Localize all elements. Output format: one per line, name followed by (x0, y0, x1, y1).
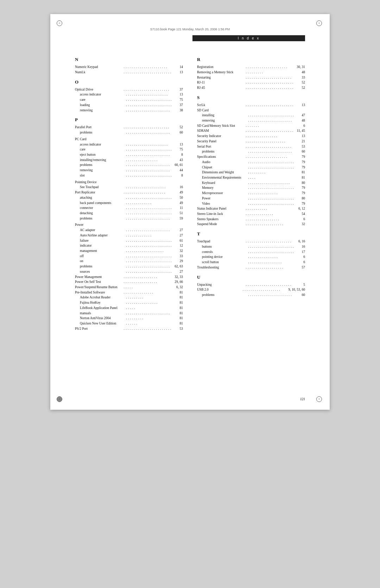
entry-page (172, 180, 183, 185)
entry-dots: . . . . . . . . . . . . . . . . . . . . … (248, 113, 294, 118)
entry-page: 81 (172, 321, 183, 326)
entry-label: Suspend Mode (197, 222, 245, 227)
list-item: AC adapter . . . . . . . . . . . . . . .… (75, 228, 183, 233)
entry-label: See Touchpad (80, 185, 126, 190)
corner-mark-br (316, 396, 323, 403)
entry-page: 80 (294, 196, 305, 201)
entry-dots: . . . . . . . . . . . . . . . . . . . . … (126, 152, 172, 157)
entry-page: 32 (172, 248, 183, 254)
list-item: RJ-11 . . . . . . . . . . . . . . . . . … (197, 80, 305, 85)
entry-label: LifeBook Application Panel (80, 305, 126, 311)
entry-label: access indicator (80, 142, 126, 147)
entry-dots: . . . . . . . . . . . . . . . . . . . . … (126, 264, 172, 269)
entry-label: Registration (197, 64, 245, 70)
entry-label: off (80, 254, 126, 259)
entry-dots: . . . . . . . . . . . . . . . . . . . (246, 265, 294, 270)
entry-label: RJ-11 (197, 80, 245, 85)
corner-mark-bl (57, 396, 64, 403)
entry-page: 13 (294, 134, 305, 139)
entry-page: 52 (294, 85, 305, 91)
entry-label: loading (80, 103, 126, 108)
entry-dots: . . . . . . . . . . . . . . . . . . . . … (126, 254, 172, 259)
entry-page: 14 (172, 64, 183, 70)
entry-dots: . . . . . . . . . . . . . . . . . . . . … (246, 85, 294, 91)
entry-page: 75 (172, 147, 183, 152)
entry-label: indicator (80, 243, 126, 248)
entry-label: access indicator (80, 92, 126, 97)
entry-label: Auto/Airline adapter (80, 233, 126, 238)
entry-label: Power (75, 222, 123, 228)
entry-label: Stereo Line-in Jack (197, 211, 245, 217)
entry-dots: . . . . . . . . . . . . . . . . . . . . … (248, 201, 294, 206)
entry-label: scroll button (202, 260, 248, 265)
entry-dots: . . . . . . . . . . . . . . . . . . . . … (246, 282, 294, 287)
entry-dots: . . . . . . . . . . . . . . . . . . . . … (248, 292, 294, 298)
entry-dots: . . . . . . . . . . . . . . . . . . . . (126, 185, 172, 190)
section-letter-o: O (75, 79, 183, 86)
entry-page: 49 (172, 200, 183, 206)
entry-label: installing (202, 113, 248, 118)
section-letter-s: S (197, 94, 305, 101)
entry-page: 79 (294, 154, 305, 160)
section-letter-r: R (197, 56, 305, 63)
entry-dots: . . . . . . . . . . . . . . . . . . . . … (246, 80, 294, 85)
list-item: manuals . . . . . . . . . . . . . . . . … (75, 311, 183, 316)
list-item: Microprocessor . . . . . . . . . . . . .… (197, 191, 305, 196)
entry-label: pointing device (202, 254, 248, 260)
entry-dots: . . . . . . . . . . . . . . . (124, 290, 172, 295)
section-p: P Parallel Port . . . . . . . . . . . . … (75, 116, 183, 331)
entry-label: manuals (80, 311, 126, 316)
entry-label: Dimensions and Weight (202, 170, 248, 175)
entry-page: 9, 10, 53, 60 (289, 287, 305, 292)
list-item: PS/2 Port . . . . . . . . . . . . . . . … (75, 326, 183, 332)
entry-page: 75 (172, 97, 183, 103)
entry-dots: . . . . . . . . . . . . . . . . . . . . … (248, 196, 294, 201)
entry-label: removing (202, 118, 248, 123)
entry-dots: . . . . . . . . . . . . . . . . . . . . … (248, 180, 294, 186)
list-item: Unpacking . . . . . . . . . . . . . . . … (197, 282, 305, 287)
list-item: Parallel Port . . . . . . . . . . . . . … (75, 125, 183, 130)
entry-dots: . . . . . . . . . . . . . . . . . . . . … (246, 103, 294, 108)
list-item: SD Card (197, 108, 305, 113)
entry-label: attaching (80, 195, 126, 200)
entry-page: 11 (172, 205, 183, 211)
entry-page: 6, 12 (294, 206, 305, 211)
entry-label: Pointing Device (75, 180, 123, 185)
entry-page: 43 (172, 157, 183, 163)
entry-dots: . . . . . . . . . . . . . . . . . . . . … (126, 92, 172, 97)
entry-label: AC adapter (80, 228, 126, 233)
entry-label: Video (202, 201, 248, 206)
entry-page: 6 (294, 123, 305, 129)
list-item: Serial Port . . . . . . . . . . . . . . … (197, 144, 305, 149)
entry-page: 48 (294, 118, 305, 123)
entry-dots: . . . . . . . . . . . . . . . . . . . (246, 222, 294, 227)
entry-label: removing (80, 108, 126, 113)
entry-page: 59 (172, 216, 183, 221)
entry-dots: . . . . . . . . . . . . . . . . . . . . … (248, 149, 294, 154)
entry-label: Quicken New User Edition (80, 321, 126, 326)
list-item: Pointing Device (75, 180, 183, 185)
list-item: problems . . . . . . . . . . . . . . . .… (75, 216, 183, 221)
entry-label: management (80, 248, 126, 254)
entry-page: 11, 45 (294, 128, 305, 134)
entry-dots (124, 222, 172, 228)
left-column: N Numeric Keypad . . . . . . . . . . . .… (75, 52, 183, 331)
header-bar: S7110.book Page 121 Monday, March 20, 20… (150, 27, 230, 31)
entry-page: 81 (172, 290, 183, 295)
list-item: Suspend Mode . . . . . . . . . . . . . .… (197, 222, 305, 227)
entry-label: Restarting (197, 75, 245, 80)
entry-label: Fujitsu HotKey (80, 300, 126, 305)
entry-dots: . . . . . . . . . . . . . . . (248, 191, 294, 196)
entry-page: 37 (172, 87, 183, 92)
entry-dots: . . . . . . . . . . . . . . . . . (246, 217, 294, 222)
section-s: S ScrLk . . . . . . . . . . . . . . . . … (197, 94, 305, 227)
content-columns: N Numeric Keypad . . . . . . . . . . . .… (75, 52, 305, 331)
section-letter-p: P (75, 116, 183, 123)
entry-page: 8 (172, 173, 183, 178)
entry-label: Norton AntiVirus 2004 (80, 316, 126, 321)
entry-dots: . . . . . (124, 285, 172, 290)
entry-dots: . . . . . . . . . . . . . . . . . . . . … (126, 311, 172, 316)
entry-dots: . . . . . . . . . . . . . . . . . . . . … (126, 108, 172, 113)
entry-dots: . . . . . . . . . . . . . . . . (126, 157, 172, 163)
list-item: problems . . . . . . . . . . . . . . . .… (197, 149, 305, 154)
